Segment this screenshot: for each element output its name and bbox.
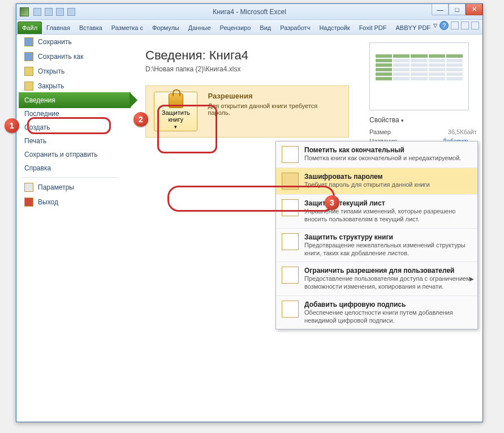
permissions-title: Разрешения — [208, 92, 341, 100]
annotation-badge-2: 2 — [133, 112, 148, 127]
mark-final-icon — [282, 146, 299, 163]
options-icon — [24, 183, 33, 192]
qat-more-icon[interactable] — [67, 8, 75, 16]
permissions-block: Защитить книгу ▾ Разрешения Для открытия… — [145, 85, 349, 138]
sidebar-item-share[interactable]: Сохранить и отправить — [16, 148, 124, 161]
protect-workbook-button[interactable]: Защитить книгу ▾ — [154, 92, 197, 131]
sidebar-item-open[interactable]: Открыть — [16, 64, 124, 79]
sidebar-item-recent[interactable]: Последние — [16, 107, 124, 121]
ribbon-right-controls: ▽ ? — [433, 21, 479, 30]
window-buttons: — □ ✕ — [432, 4, 483, 15]
tab-home[interactable]: Главная — [42, 22, 75, 34]
quick-access-toolbar — [33, 8, 75, 16]
dd-desc: Обеспечение целостности книги путем доба… — [304, 308, 472, 325]
tab-addins[interactable]: Надстройк — [315, 22, 354, 34]
titlebar: Книга4 - Microsoft Excel — □ ✕ — [16, 4, 483, 20]
ribbon-minimize-icon[interactable]: ▽ — [433, 23, 437, 28]
encrypt-icon — [282, 173, 299, 190]
sidebar-item-exit[interactable]: Выход — [16, 195, 124, 209]
tab-formulas[interactable]: Формулы — [148, 22, 184, 34]
sidebar-label: Закрыть — [38, 82, 64, 90]
excel-window: Книга4 - Microsoft Excel — □ ✕ Файл Глав… — [16, 3, 483, 422]
document-thumbnail[interactable] — [369, 42, 469, 110]
sidebar-label: Сведения — [24, 96, 55, 104]
undo-icon[interactable] — [45, 8, 53, 16]
sidebar-item-info[interactable]: Сведения — [16, 93, 124, 107]
sidebar-label: Печать — [24, 137, 46, 145]
signature-icon — [282, 301, 299, 318]
sidebar-item-print[interactable]: Печать — [16, 134, 124, 148]
saveas-icon — [24, 52, 33, 61]
tab-file[interactable]: Файл — [18, 22, 42, 34]
dd-desc: Требует пароль для открытия данной книги — [304, 181, 430, 188]
properties-heading[interactable]: Свойства ▾ — [369, 116, 477, 124]
sidebar-label: Последние — [24, 110, 59, 118]
maximize-button[interactable]: □ — [449, 4, 466, 15]
dd-add-signature[interactable]: Добавить цифровую подписьОбеспечение цел… — [276, 296, 477, 329]
doc-restore-icon[interactable] — [461, 22, 469, 29]
prop-value: 36,5Кбайт — [448, 128, 477, 135]
sidebar-item-saveas[interactable]: Сохранить как — [16, 49, 124, 64]
sidebar-label: Создать — [24, 123, 50, 131]
dd-title: Зашифровать паролем — [304, 173, 430, 181]
prop-key: Размер — [369, 128, 391, 135]
tab-review[interactable]: Рецензиро — [216, 22, 256, 34]
sidebar-label: Справка — [24, 164, 51, 172]
redo-icon[interactable] — [56, 8, 64, 16]
backstage-main: Сведения: Книга4 D:\Новая папка (2)\Книг… — [124, 35, 483, 422]
dd-mark-final[interactable]: Пометить как окончательныйПометка книги … — [276, 142, 477, 168]
sidebar-label: Сохранить — [38, 38, 72, 46]
help-icon[interactable]: ? — [440, 21, 449, 30]
protect-button-label: Защитить книгу — [154, 109, 197, 123]
doc-close-icon[interactable] — [471, 22, 479, 29]
minimize-button[interactable]: — — [432, 4, 449, 15]
tab-view[interactable]: Вид — [255, 22, 275, 34]
annotation-badge-3: 3 — [325, 195, 339, 210]
tab-data[interactable]: Данные — [184, 22, 216, 34]
tab-developer[interactable]: Разработч — [275, 22, 315, 34]
sidebar-label: Открыть — [38, 67, 64, 75]
sidebar-item-save[interactable]: Сохранить — [16, 35, 124, 49]
protect-dropdown: Пометить как окончательныйПометка книги … — [275, 141, 478, 329]
tab-insert[interactable]: Вставка — [75, 22, 107, 34]
dd-restrict-permissions[interactable]: Ограничить разрешения для пользователейП… — [276, 262, 477, 296]
sheet-icon — [282, 199, 299, 216]
sidebar-label: Параметры — [38, 183, 74, 191]
save-icon[interactable] — [33, 8, 41, 16]
backstage: Сохранить Сохранить как Открыть Закрыть … — [16, 35, 483, 422]
dd-title: Ограничить разрешения для пользователей — [304, 267, 472, 275]
tab-foxit[interactable]: Foxit PDF — [355, 22, 391, 34]
permissions-desc: Для открытия данной книги требуется паро… — [208, 102, 341, 116]
restrict-icon — [282, 267, 299, 284]
submenu-arrow-icon: ▶ — [469, 276, 474, 282]
backstage-sidebar: Сохранить Сохранить как Открыть Закрыть … — [16, 35, 124, 422]
dd-protect-structure[interactable]: Защитить структуру книгиПредотвращение н… — [276, 229, 477, 263]
sidebar-label: Выход — [38, 198, 58, 206]
dd-title: Пометить как окончательный — [304, 146, 461, 154]
sidebar-label: Сохранить как — [38, 53, 83, 61]
dd-desc: Пометка книги как окончательной и нереда… — [304, 154, 461, 162]
sidebar-item-close[interactable]: Закрыть — [16, 79, 124, 93]
sidebar-item-new[interactable]: Создать — [16, 121, 124, 134]
dd-desc: Предотвращение нежелательных изменений с… — [304, 241, 472, 258]
close-button[interactable]: ✕ — [466, 4, 483, 15]
doc-minimize-icon[interactable] — [451, 22, 459, 29]
permissions-text: Разрешения Для открытия данной книги тре… — [208, 92, 341, 116]
save-icon — [24, 37, 33, 46]
dd-title: Добавить цифровую подпись — [304, 301, 472, 308]
chevron-down-icon: ▾ — [174, 124, 177, 130]
sidebar-label: Сохранить и отправить — [24, 151, 98, 158]
dd-title: Защитить структуру книги — [304, 233, 472, 241]
dd-encrypt-password[interactable]: Зашифровать паролемТребует пароль для от… — [276, 168, 477, 195]
sidebar-item-help[interactable]: Справка — [16, 161, 124, 175]
window-title: Книга4 - Microsoft Excel — [213, 8, 286, 16]
lock-key-icon — [169, 93, 183, 108]
folder-close-icon — [24, 82, 33, 91]
annotation-badge-1: 1 — [5, 118, 19, 133]
dd-protect-sheet[interactable]: Защитить текущий листУправление типами и… — [276, 195, 477, 229]
ribbon-tabs: Файл Главная Вставка Разметка с Формулы … — [16, 20, 483, 35]
tab-abbyy[interactable]: ABBYY PDF — [391, 22, 436, 34]
exit-icon — [24, 198, 33, 207]
tab-pagelayout[interactable]: Разметка с — [107, 22, 148, 34]
sidebar-item-options[interactable]: Параметры — [16, 180, 124, 195]
